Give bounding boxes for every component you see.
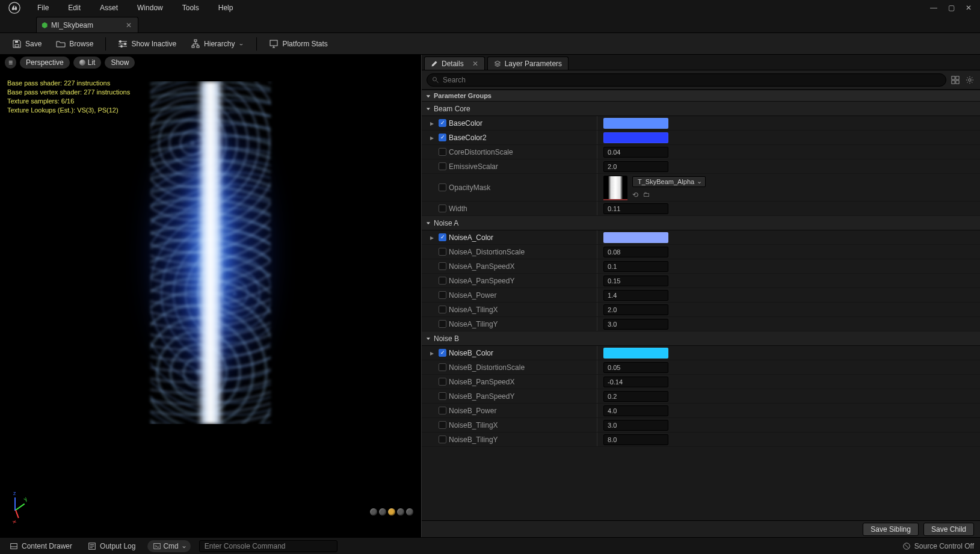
grid-view-icon[interactable] xyxy=(950,75,961,85)
override-checkbox[interactable] xyxy=(439,205,446,212)
svg-rect-2 xyxy=(15,41,18,43)
override-checkbox[interactable] xyxy=(439,306,446,313)
browse-to-asset-icon[interactable]: 🗀 xyxy=(643,191,650,199)
content-drawer-button[interactable]: Content Drawer xyxy=(6,540,76,552)
override-checkbox[interactable] xyxy=(439,407,446,414)
prop-width: ▸Width 0.11 xyxy=(422,202,980,216)
menu-window[interactable]: Window xyxy=(135,2,165,13)
override-checkbox[interactable] xyxy=(439,162,446,170)
override-checkbox[interactable] xyxy=(439,262,446,270)
value-input[interactable]: 2.0 xyxy=(603,161,668,172)
cmd-selector[interactable]: Cmd xyxy=(147,540,190,552)
expand-icon[interactable]: ▸ xyxy=(430,119,436,128)
document-tab[interactable]: ⬢ MI_Skybeam ✕ xyxy=(36,17,138,32)
minimize-icon[interactable]: — xyxy=(930,4,937,12)
tab-details[interactable]: Details ✕ xyxy=(424,57,485,70)
group-noise-a[interactable]: ▾ Noise A xyxy=(422,216,980,230)
override-checkbox[interactable] xyxy=(439,392,446,400)
menu-edit[interactable]: Edit xyxy=(66,2,83,13)
value-input[interactable]: 0.05 xyxy=(603,362,668,373)
viewport-stats: Base pass shader: 227 instructions Base … xyxy=(7,79,130,114)
value-input[interactable]: 0.11 xyxy=(603,203,668,214)
asset-reference[interactable]: T_SkyBeam_Alpha xyxy=(632,176,706,187)
viewport-options-button[interactable]: ≡ xyxy=(5,57,16,69)
show-inactive-button[interactable]: Show Inactive xyxy=(113,37,181,51)
section-parameter-groups[interactable]: ▾ Parameter Groups xyxy=(422,90,980,102)
hierarchy-button[interactable]: Hierarchy ⌄ xyxy=(186,37,249,51)
group-beam-core[interactable]: ▾ Beam Core xyxy=(422,102,980,116)
override-checkbox[interactable] xyxy=(439,183,446,191)
override-checkbox[interactable] xyxy=(439,436,446,443)
value-input[interactable]: 3.0 xyxy=(603,420,668,431)
save-child-button[interactable]: Save Child xyxy=(923,523,974,536)
search-input[interactable] xyxy=(427,73,946,87)
menu-tools[interactable]: Tools xyxy=(180,2,202,13)
prop-label: NoiseB_TilingX xyxy=(449,421,498,429)
perspective-button[interactable]: Perspective xyxy=(20,57,70,69)
save-sibling-button[interactable]: Save Sibling xyxy=(863,523,919,536)
override-checkbox[interactable] xyxy=(439,363,446,371)
value-input[interactable]: 1.4 xyxy=(603,290,668,301)
value-input[interactable]: -0.14 xyxy=(603,377,668,387)
color-swatch[interactable] xyxy=(603,118,668,129)
close-icon[interactable]: ✕ xyxy=(966,4,972,12)
use-selected-icon[interactable]: ⟲ xyxy=(632,191,638,199)
expand-icon[interactable]: ▸ xyxy=(430,134,436,142)
tab-close-icon[interactable]: ✕ xyxy=(472,60,478,68)
value-input[interactable]: 3.0 xyxy=(603,319,668,330)
save-button[interactable]: Save xyxy=(7,37,46,51)
override-checkbox[interactable] xyxy=(439,134,446,141)
override-checkbox[interactable] xyxy=(439,233,446,241)
color-swatch[interactable] xyxy=(603,132,668,143)
search-field[interactable] xyxy=(443,76,941,84)
menu-help[interactable]: Help xyxy=(216,2,236,13)
expand-icon[interactable]: ▸ xyxy=(430,233,436,242)
tab-layer-parameters[interactable]: Layer Parameters xyxy=(487,57,569,70)
override-checkbox[interactable] xyxy=(439,378,446,386)
source-control-button[interactable]: Source Control Off xyxy=(902,542,974,550)
override-checkbox[interactable] xyxy=(439,349,446,357)
show-button[interactable]: Show xyxy=(105,57,135,69)
override-checkbox[interactable] xyxy=(439,421,446,429)
override-checkbox[interactable] xyxy=(439,119,446,127)
maximize-icon[interactable]: ▢ xyxy=(948,4,955,12)
platform-stats-button[interactable]: Platform Stats xyxy=(264,37,332,51)
value-input[interactable]: 0.1 xyxy=(603,261,668,272)
texture-thumbnail[interactable] xyxy=(603,176,627,200)
value-input[interactable]: 0.08 xyxy=(603,247,668,257)
value-input[interactable]: 0.2 xyxy=(603,391,668,402)
menu-file[interactable]: File xyxy=(35,2,51,13)
color-swatch[interactable] xyxy=(603,232,668,243)
property-list[interactable]: ▾ Parameter Groups ▾ Beam Core ▸BaseColo… xyxy=(422,90,980,520)
output-log-button[interactable]: Output Log xyxy=(84,540,139,552)
lit-button[interactable]: Lit xyxy=(73,57,102,69)
viewport[interactable]: ≡ Perspective Lit Show Base pass shader:… xyxy=(0,55,421,537)
toolbar: Save Browse Show Inactive Hierarchy ⌄ Pl… xyxy=(0,33,980,55)
override-checkbox[interactable] xyxy=(439,248,446,256)
value-input[interactable]: 0.15 xyxy=(603,275,668,286)
value-input[interactable]: 0.04 xyxy=(603,147,668,158)
value-input[interactable]: 2.0 xyxy=(603,304,668,315)
preview-mesh-selector[interactable] xyxy=(370,508,413,516)
override-checkbox[interactable] xyxy=(439,277,446,285)
value-input[interactable]: 8.0 xyxy=(603,434,668,445)
override-checkbox[interactable] xyxy=(439,148,446,156)
drawer-icon xyxy=(10,542,18,550)
override-checkbox[interactable] xyxy=(439,291,446,299)
value-input[interactable]: 4.0 xyxy=(603,405,668,416)
menu-asset[interactable]: Asset xyxy=(97,2,120,13)
browse-button[interactable]: Browse xyxy=(51,37,98,51)
color-swatch[interactable] xyxy=(603,348,668,359)
window-controls: — ▢ ✕ xyxy=(930,4,972,12)
console-input[interactable]: Enter Console Command xyxy=(199,540,337,552)
prop-label: NoiseA_TilingY xyxy=(449,320,498,328)
tab-close-icon[interactable]: ✕ xyxy=(126,21,132,29)
svg-rect-14 xyxy=(956,80,959,83)
svg-rect-6 xyxy=(194,40,197,42)
override-checkbox[interactable] xyxy=(439,320,446,328)
gear-icon[interactable] xyxy=(964,75,975,85)
group-label: Beam Core xyxy=(434,105,470,113)
expand-icon[interactable]: ▸ xyxy=(430,349,436,357)
prop-label: NoiseB_TilingY xyxy=(449,436,498,444)
group-noise-b[interactable]: ▾ Noise B xyxy=(422,331,980,346)
